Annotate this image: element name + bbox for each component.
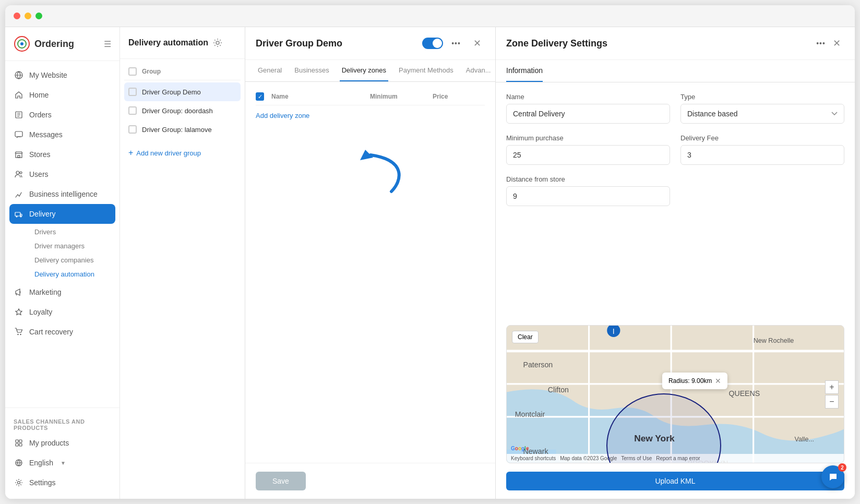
list-item-label-driver-group-demo: Driver Group Demo: [142, 88, 201, 96]
sidebar-item-home[interactable]: Home: [5, 85, 120, 105]
keyboard-shortcuts-link[interactable]: Keyboard shortcuts: [511, 455, 556, 461]
zones-col-price-header: Price: [433, 93, 485, 100]
add-new-driver-group-button[interactable]: + Add new driver group: [124, 143, 241, 163]
panel3-info-tabs: Information: [496, 60, 855, 82]
sidebar-item-delivery[interactable]: Delivery: [9, 204, 115, 224]
sidebar-item-settings[interactable]: Settings: [5, 473, 120, 493]
sidebar-item-users[interactable]: Users: [5, 164, 120, 184]
distance-input[interactable]: [506, 186, 670, 206]
panel2-title: Driver Group Demo: [256, 38, 417, 49]
sidebar-item-orders[interactable]: Orders: [5, 105, 120, 125]
minimize-button[interactable]: [25, 13, 31, 19]
list-item-driver-group-demo[interactable]: Driver Group Demo: [124, 82, 241, 101]
svg-rect-15: [16, 440, 18, 442]
upload-kml-button[interactable]: Upload KML: [506, 472, 844, 490]
svg-point-13: [17, 334, 18, 335]
panel2-tabs-bar: General Businesses Delivery zones Paymen…: [245, 60, 495, 82]
form-group-name: Name: [506, 93, 670, 124]
sidebar-item-label-home: Home: [29, 91, 49, 99]
add-delivery-zone-button[interactable]: Add delivery zone: [256, 107, 485, 124]
sidebar-item-language[interactable]: English ▼: [5, 453, 120, 473]
sidebar-item-business-intelligence[interactable]: Business intelligence: [5, 184, 120, 204]
tab-payment-methods[interactable]: Payment Methods: [397, 60, 456, 81]
panel1-list: Group Driver Group Demo Driver Group: do…: [120, 59, 245, 499]
close-button[interactable]: [14, 13, 20, 19]
name-input[interactable]: [506, 104, 670, 124]
driver-group-toggle[interactable]: [422, 38, 443, 49]
tab-general[interactable]: General: [256, 60, 284, 81]
list-item-driver-group-lalamove[interactable]: Driver Group: lalamove: [124, 120, 241, 139]
sidebar-item-loyalty[interactable]: Loyalty: [5, 302, 120, 322]
sidebar-item-label-users: Users: [29, 170, 49, 178]
sidebar-item-label-delivery: Delivery: [29, 210, 56, 218]
list-item-checkbox-lalamove[interactable]: [128, 125, 137, 134]
map-clear-button[interactable]: Clear: [512, 331, 539, 343]
map-zoom-in-button[interactable]: +: [825, 380, 839, 394]
zones-select-all[interactable]: [256, 92, 264, 101]
zone-settings-form: Name Type Distance based Polygon City: [496, 82, 855, 325]
zones-col-min-header: Minimum: [370, 93, 433, 100]
delivery-zones-table: Name Minimum Price Add delivery zone: [245, 82, 495, 463]
panel3-close-button[interactable]: ✕: [829, 35, 844, 51]
svg-text:Valle...: Valle...: [794, 436, 814, 443]
delivery-fee-input[interactable]: [680, 145, 844, 165]
maximize-button[interactable]: [35, 13, 42, 19]
tab-delivery-zones[interactable]: Delivery zones: [340, 60, 388, 81]
svg-text:I: I: [613, 327, 615, 335]
select-all-checkbox[interactable]: [128, 67, 137, 76]
save-button[interactable]: Save: [256, 472, 306, 490]
zones-col-name-header: Name: [271, 93, 370, 100]
sidebar-collapse-icon[interactable]: ☰: [104, 39, 111, 49]
min-purchase-input[interactable]: [506, 145, 670, 165]
sidebar-logo-text: Ordering: [34, 39, 74, 50]
tab-businesses[interactable]: Businesses: [292, 60, 331, 81]
close-icon: ✕: [473, 38, 481, 49]
svg-rect-9: [15, 212, 20, 216]
panel1-settings-icon[interactable]: [212, 38, 223, 48]
sidebar-subitem-driver-managers[interactable]: Driver managers: [28, 239, 120, 253]
add-new-label: Add new driver group: [136, 149, 201, 157]
app-body: Ordering ☰ My Website Home: [5, 27, 855, 499]
distance-label: Distance from store: [506, 175, 670, 183]
sidebar-subitem-drivers[interactable]: Drivers: [28, 225, 120, 239]
sidebar-item-marketing[interactable]: Marketing: [5, 282, 120, 302]
list-item-checkbox-driver-group-demo[interactable]: [128, 88, 137, 96]
panel1-title: Delivery automation: [128, 38, 208, 47]
delivery-map: I I Paterson Hackensack Clifton Montclai…: [506, 325, 844, 463]
sidebar-subitem-delivery-companies[interactable]: Delivery companies: [28, 253, 120, 267]
zone-delivery-settings-panel: Zone Delivery Settings ••• ✕ Information: [496, 27, 855, 499]
sidebar-item-my-website[interactable]: My Website: [5, 65, 120, 85]
empty-state-arrow: [256, 124, 485, 228]
list-item-checkbox-doordash[interactable]: [128, 106, 137, 115]
sidebar-subitem-delivery-automation[interactable]: Delivery automation: [28, 267, 120, 281]
list-item-driver-group-doordash[interactable]: Driver Group: doordash: [124, 101, 241, 120]
sidebar-section-label: Sales channels and products: [5, 414, 120, 433]
sidebar-item-label-settings: Settings: [29, 478, 56, 487]
map-zoom-out-button[interactable]: −: [825, 395, 839, 409]
svg-point-21: [216, 41, 219, 44]
panel3-more-button[interactable]: •••: [813, 35, 829, 51]
chat-fab-button[interactable]: 2: [821, 465, 844, 488]
sidebar-item-my-products[interactable]: My products: [5, 433, 120, 453]
radius-popup-close[interactable]: ✕: [715, 377, 721, 385]
panel3-header: Zone Delivery Settings ••• ✕: [496, 27, 855, 60]
orders-icon: [14, 110, 24, 120]
type-select[interactable]: Distance based Polygon City: [680, 104, 844, 124]
tab-information[interactable]: Information: [506, 60, 543, 82]
panel2-close-button[interactable]: ✕: [469, 35, 485, 51]
panel1-column-header: Group: [124, 63, 241, 80]
tab-advanced[interactable]: Advan...: [464, 60, 493, 81]
sidebar-item-label-language: English: [29, 459, 53, 467]
svg-text:New Rochelle: New Rochelle: [754, 337, 794, 344]
sidebar-item-label-orders: Orders: [29, 111, 52, 119]
sidebar-menu: My Website Home Orders: [5, 61, 120, 407]
sidebar-item-cart-recovery[interactable]: Cart recovery: [5, 322, 120, 342]
svg-rect-4: [15, 131, 22, 137]
sidebar-item-stores[interactable]: Stores: [5, 145, 120, 164]
language-icon: [14, 458, 24, 468]
type-field-label: Type: [680, 93, 844, 101]
panel2-more-button[interactable]: •••: [448, 35, 464, 51]
svg-text:Paterson: Paterson: [523, 361, 553, 369]
sidebar-item-messages[interactable]: Messages: [5, 125, 120, 145]
driver-group-panel: Driver Group Demo ••• ✕ General: [245, 27, 496, 499]
